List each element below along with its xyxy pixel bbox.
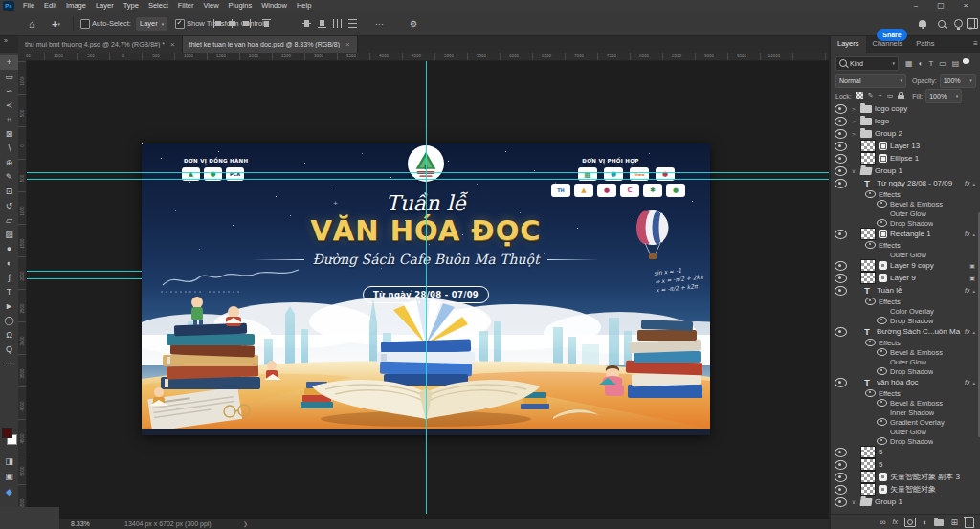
filter-type-layers-icon[interactable]: T	[928, 59, 933, 68]
menu-edit[interactable]: Edit	[39, 0, 61, 11]
layer-name[interactable]: Layer 9	[890, 274, 967, 282]
effect-row[interactable]: Color Overlay	[831, 306, 978, 316]
visibility-toggle-icon[interactable]	[835, 448, 847, 457]
expand-arrow-icon[interactable]: ∨	[850, 167, 858, 174]
close-tab-icon[interactable]: ×	[170, 40, 175, 49]
visibility-toggle-icon[interactable]	[835, 166, 847, 176]
vertical-guide[interactable]	[426, 60, 427, 514]
effect-row[interactable]: Effects	[831, 297, 978, 306]
visibility-toggle-icon[interactable]	[835, 473, 847, 482]
blend-mode-dropdown[interactable]: Normal▾	[835, 74, 906, 88]
document-tab-2[interactable]: thiet ke tuan le van hoa doc.psd @ 8.33%…	[183, 35, 358, 53]
layer-name[interactable]: logo	[875, 117, 978, 125]
show-transform-checkbox[interactable]	[175, 11, 185, 35]
layer-name[interactable]: Layer 13	[890, 142, 978, 150]
expand-arrow-icon[interactable]: >	[850, 119, 858, 124]
dodge-tool[interactable]: ◐	[0, 256, 18, 271]
edit-in-cloud-icon[interactable]: ◆	[0, 485, 18, 499]
layer-thumbnail[interactable]	[860, 228, 876, 240]
layer-row[interactable]: TTừ ngày 28/08 - 07/09fx▴	[831, 177, 978, 189]
layer-name[interactable]: 5	[879, 460, 978, 469]
menu-window[interactable]: Window	[256, 0, 292, 11]
visibility-toggle-icon[interactable]	[835, 104, 847, 114]
align-top-edges-icon[interactable]	[261, 11, 272, 35]
effect-row[interactable]: Effects	[831, 189, 978, 199]
lock-position-icon[interactable]: +	[879, 92, 882, 99]
align-horizontal-centers-icon[interactable]	[227, 11, 237, 35]
visibility-toggle-icon[interactable]	[835, 230, 847, 239]
menu-select[interactable]: Select	[144, 0, 173, 11]
distribute-horizontal-icon[interactable]	[332, 11, 343, 35]
effect-row[interactable]: Inner Shadow	[831, 408, 978, 417]
adjustment-layer-icon[interactable]: ◐	[923, 516, 927, 529]
lock-all-icon[interactable]	[898, 95, 904, 99]
distribute-vertical-icon[interactable]	[347, 11, 358, 35]
layer-thumbnail[interactable]	[860, 446, 876, 458]
lock-artboard-icon[interactable]: ▭	[887, 92, 894, 99]
brush-tool[interactable]: ✎	[0, 170, 18, 185]
filter-toggle-icon[interactable]	[963, 58, 969, 64]
blur-tool[interactable]: ●	[0, 242, 18, 256]
layer-row[interactable]: >logo	[831, 115, 978, 127]
marquee-tool[interactable]: ▭	[0, 70, 18, 84]
align-vertical-centers-icon[interactable]	[301, 11, 312, 35]
horizontal-guide-3[interactable]	[26, 271, 142, 272]
filter-smart-objects-icon[interactable]: ▤	[952, 59, 960, 68]
effect-visibility-toggle[interactable]	[865, 241, 876, 249]
effect-row[interactable]: Gradient Overlay	[831, 417, 978, 427]
layer-thumbnail[interactable]	[860, 458, 876, 471]
layer-row[interactable]: 矢量智能对象	[831, 483, 978, 496]
visibility-toggle-icon[interactable]	[835, 460, 847, 470]
quick-mask-icon[interactable]: ◨	[0, 454, 18, 469]
visibility-toggle-icon[interactable]	[835, 129, 847, 139]
color-swatches[interactable]	[0, 426, 18, 449]
filter-kind-dropdown[interactable]: Kind▾	[835, 56, 899, 71]
layer-row[interactable]: Layer 13	[831, 140, 978, 152]
align-bottom-edges-icon[interactable]	[317, 11, 327, 35]
layer-row[interactable]: Tvăn hóa đọcfx▴	[831, 376, 978, 388]
minimize-button[interactable]: –	[903, 0, 928, 11]
effect-row[interactable]: Drop Shadow	[831, 316, 978, 325]
zoom-level-field[interactable]: 8.33%	[71, 520, 90, 527]
layer-row[interactable]: TTuần lễfx▴	[831, 284, 978, 297]
layer-row[interactable]: ∨Group 1	[831, 496, 978, 508]
layer-row[interactable]: Layer 9▣	[831, 272, 978, 284]
layer-thumbnail[interactable]	[860, 483, 876, 496]
effect-row[interactable]: Effects	[831, 240, 978, 250]
filter-pixel-layers-icon[interactable]: ▦	[905, 59, 913, 68]
menu-view[interactable]: View	[198, 0, 223, 11]
layer-row[interactable]: 矢量智能对象 副本 3	[831, 471, 978, 483]
expand-arrow-icon[interactable]: ∨	[850, 498, 858, 505]
notifications-bell-icon[interactable]	[919, 11, 926, 35]
workspace-settings-icon[interactable]: ⚙	[410, 11, 417, 35]
visibility-toggle-icon[interactable]	[835, 286, 847, 296]
fill-field[interactable]: 100%▾	[925, 89, 962, 103]
effect-visibility-toggle[interactable]	[877, 317, 887, 324]
menu-filter[interactable]: Filter	[173, 0, 199, 11]
layer-name[interactable]: Đường Sách C...uôn Ma Thuột	[877, 327, 962, 336]
layer-name[interactable]: 矢量智能对象 副本 3	[890, 472, 978, 482]
move-tool[interactable]: +	[0, 55, 18, 70]
menu-plugins[interactable]: Plugins	[224, 0, 257, 11]
frame-tool[interactable]: ⊠	[0, 127, 18, 142]
foreground-color-swatch[interactable]	[2, 428, 12, 438]
delete-layer-icon[interactable]	[965, 518, 974, 528]
clone-stamp-tool[interactable]: ⊡	[0, 185, 18, 199]
effect-row[interactable]: Outer Glow	[831, 427, 978, 436]
layer-row[interactable]: >logo copy	[831, 102, 978, 115]
panel-tab-layers[interactable]: Layers	[831, 35, 866, 53]
discover-lightbulb-icon[interactable]	[954, 11, 963, 35]
layer-name[interactable]: Group 1	[875, 166, 978, 175]
more-align-options-icon[interactable]: ···	[375, 11, 384, 35]
layer-name[interactable]: 5	[879, 448, 978, 456]
visibility-toggle-icon[interactable]	[835, 327, 847, 337]
effect-row[interactable]: Drop Shadow	[831, 218, 978, 228]
pen-tool[interactable]: ∫	[0, 271, 18, 285]
status-options-chevron[interactable]: ❯	[243, 520, 248, 527]
add-layer-mask-icon[interactable]	[904, 518, 916, 527]
effect-visibility-toggle[interactable]	[877, 348, 887, 356]
layer-name[interactable]: Ellipse 1	[890, 154, 978, 163]
lasso-tool[interactable]: ∽	[0, 84, 18, 99]
layer-name[interactable]: Rectangle 1	[890, 230, 962, 238]
visibility-toggle-icon[interactable]	[835, 154, 847, 164]
